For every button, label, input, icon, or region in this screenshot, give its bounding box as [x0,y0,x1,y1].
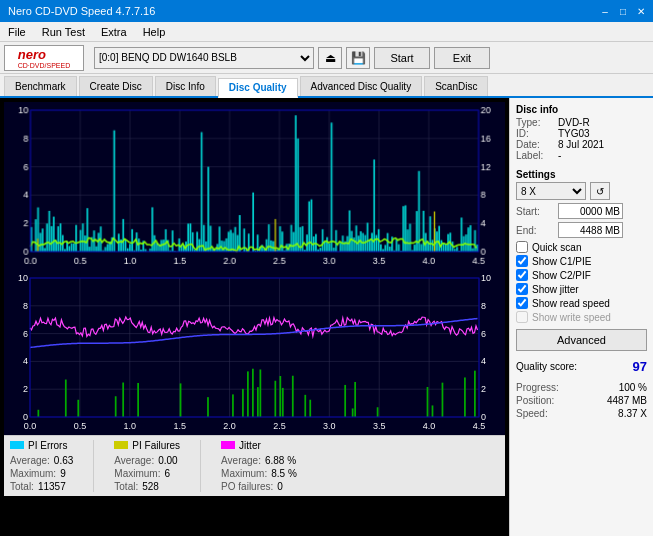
jitter-average-row: Average: 6.88 % [221,455,297,466]
nero-logo: nero CD·DVD/SPEED [4,45,84,71]
maximize-button[interactable]: □ [615,3,631,19]
position-row: Position: 4487 MB [516,395,647,406]
menu-extra[interactable]: Extra [97,25,131,39]
exit-button[interactable]: Exit [434,47,490,69]
disc-date-label: Date: [516,139,554,150]
pi-errors-average-row: Average: 0.63 [10,455,73,466]
disc-label-label: Label: [516,150,554,161]
show-read-speed-checkbox[interactable] [516,297,528,309]
eject-button[interactable]: ⏏ [318,47,342,69]
jitter-avg-label: Average: [221,455,261,466]
info-panel: Disc info Type: DVD-R ID: TYG03 Date: 8 … [509,98,653,536]
tab-create-disc[interactable]: Create Disc [79,76,153,96]
show-write-speed-checkbox[interactable] [516,311,528,323]
nero-sub-text: CD·DVD/SPEED [18,62,71,69]
start-mb-row: Start: 0000 MB [516,203,647,219]
show-c1-pie-label: Show C1/PIE [532,256,591,267]
disc-label-value: - [558,150,561,161]
jitter-avg-value: 6.88 % [265,455,296,466]
progress-section: Progress: 100 % Position: 4487 MB Speed:… [516,382,647,421]
show-jitter-label: Show jitter [532,284,579,295]
pi-errors-max-row: Maximum: 9 [10,468,73,479]
quality-score-label: Quality score: [516,361,577,372]
speed-row: 8 X ↺ [516,182,647,200]
progress-value: 100 % [619,382,647,393]
jitter-legend-label: Jitter [239,440,261,451]
top-chart [4,102,505,270]
start-mb-label: Start: [516,206,554,217]
jitter-stats: Jitter Average: 6.88 % Maximum: 8.5 % PO… [221,440,297,492]
tab-bar: Benchmark Create Disc Disc Info Disc Qua… [0,74,653,98]
show-c2-pif-checkbox[interactable] [516,269,528,281]
nero-logo-text: nero [18,47,71,62]
progress-row: Progress: 100 % [516,382,647,393]
speed-label: Speed: [516,408,548,419]
pi-errors-total-label: Total: [10,481,34,492]
speed-row-2: Speed: 8.37 X [516,408,647,419]
pi-failures-max-row: Maximum: 6 [114,468,180,479]
pi-failures-total-label: Total: [114,481,138,492]
show-jitter-checkbox[interactable] [516,283,528,295]
close-button[interactable]: ✕ [633,3,649,19]
tab-benchmark[interactable]: Benchmark [4,76,77,96]
disc-date-value: 8 Jul 2021 [558,139,604,150]
po-failures-label: PO failures: [221,481,273,492]
jitter-row: Show jitter [516,283,647,295]
pi-errors-stats: PI Errors Average: 0.63 Maximum: 9 Total… [10,440,73,492]
progress-label: Progress: [516,382,559,393]
minimize-button[interactable]: – [597,3,613,19]
jitter-legend: Jitter [221,440,297,451]
position-label: Position: [516,395,554,406]
pi-failures-total-value: 528 [142,481,159,492]
menu-help[interactable]: Help [139,25,170,39]
disc-id-label: ID: [516,128,554,139]
quick-scan-checkbox[interactable] [516,241,528,253]
jitter-color [221,441,235,449]
disc-id-row: ID: TYG03 [516,128,647,139]
quality-score-value: 97 [633,359,647,374]
start-button[interactable]: Start [374,47,430,69]
advanced-button[interactable]: Advanced [516,329,647,351]
tab-scan-disc[interactable]: ScanDisc [424,76,488,96]
quick-scan-row: Quick scan [516,241,647,253]
divider-2 [200,440,201,492]
pi-errors-legend: PI Errors [10,440,73,451]
drive-select[interactable]: [0:0] BENQ DD DW1640 BSLB [94,47,314,69]
end-mb-input[interactable]: 4488 MB [558,222,623,238]
write-speed-row: Show write speed [516,311,647,323]
pi-errors-total-row: Total: 11357 [10,481,73,492]
jitter-max-label: Maximum: [221,468,267,479]
pi-errors-max-value: 9 [60,468,66,479]
disc-info-title: Disc info [516,104,647,115]
tab-disc-info[interactable]: Disc Info [155,76,216,96]
disc-date-row: Date: 8 Jul 2021 [516,139,647,150]
refresh-button[interactable]: ↺ [590,182,610,200]
speed-value: 8.37 X [618,408,647,419]
pi-failures-average-row: Average: 0.00 [114,455,180,466]
po-failures-row: PO failures: 0 [221,481,297,492]
disc-type-row: Type: DVD-R [516,117,647,128]
c2-pif-row: Show C2/PIF [516,269,647,281]
pi-failures-max-label: Maximum: [114,468,160,479]
pi-failures-legend-label: PI Failures [132,440,180,451]
speed-select[interactable]: 8 X [516,182,586,200]
menu-file[interactable]: File [4,25,30,39]
menu-run-test[interactable]: Run Test [38,25,89,39]
start-mb-input[interactable]: 0000 MB [558,203,623,219]
pi-failures-stats: PI Failures Average: 0.00 Maximum: 6 Tot… [114,440,180,492]
pi-errors-total-value: 11357 [38,481,66,492]
show-c1-pie-checkbox[interactable] [516,255,528,267]
window-controls: – □ ✕ [597,3,649,19]
pi-errors-average-label: Average: [10,455,50,466]
show-read-speed-label: Show read speed [532,298,610,309]
chart-area: PI Errors Average: 0.63 Maximum: 9 Total… [0,98,509,536]
tab-disc-quality[interactable]: Disc Quality [218,78,298,98]
tab-advanced-disc-quality[interactable]: Advanced Disc Quality [300,76,423,96]
pi-errors-average-value: 0.63 [54,455,73,466]
main-content: PI Errors Average: 0.63 Maximum: 9 Total… [0,98,653,536]
disc-type-label: Type: [516,117,554,128]
disc-info-section: Disc info Type: DVD-R ID: TYG03 Date: 8 … [516,104,647,161]
save-button[interactable]: 💾 [346,47,370,69]
c1-pie-row: Show C1/PIE [516,255,647,267]
position-value: 4487 MB [607,395,647,406]
